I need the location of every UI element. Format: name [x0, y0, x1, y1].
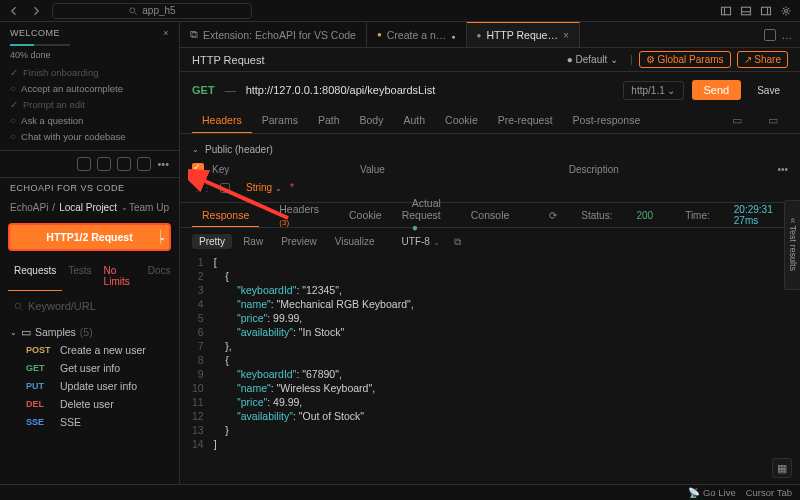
- subtab-auth[interactable]: Auth: [393, 108, 435, 133]
- subtab-params[interactable]: Params: [252, 108, 308, 133]
- icon-layout[interactable]: ▭: [722, 108, 752, 133]
- close-icon[interactable]: ×: [563, 30, 569, 41]
- progress-text: 40% done: [10, 50, 169, 60]
- svg-point-5: [15, 303, 21, 309]
- tab-tests[interactable]: Tests: [62, 261, 97, 291]
- subtab-body[interactable]: Body: [350, 108, 394, 133]
- headers-grid-row[interactable]: ⋮⋮ String ⌄ *: [192, 179, 788, 196]
- view-visualize[interactable]: Visualize: [328, 234, 382, 249]
- global-params-button[interactable]: ⚙ Global Params: [639, 51, 731, 68]
- go-live-button[interactable]: 📡 Go Live: [688, 487, 735, 498]
- tab-requests[interactable]: Requests: [8, 261, 62, 291]
- subtab-post[interactable]: Post-response: [563, 108, 651, 133]
- breadcrumb[interactable]: EchoAPi / Local Project ⌄ Team Up: [0, 198, 179, 217]
- col-key: Key: [212, 164, 352, 175]
- headers-grid-head: Key Value Description •••: [192, 159, 788, 179]
- welcome-panel: WELCOME× 40% done ✓Finish onboarding ○Ac…: [0, 22, 179, 151]
- progress-bar: [10, 44, 70, 46]
- welcome-item[interactable]: ✓Prompt an edit: [10, 96, 169, 112]
- subtab-path[interactable]: Path: [308, 108, 350, 133]
- layout-left-icon[interactable]: [720, 5, 732, 17]
- tab-docs[interactable]: DocsBeta: [136, 261, 180, 291]
- subtab-headers[interactable]: Headers: [192, 108, 252, 133]
- nav-back-icon[interactable]: [8, 5, 20, 17]
- sidebar-toolbar: •••: [0, 151, 179, 178]
- request-tree: ⌄ ▭ Samples (5) POSTCreate a new user GE…: [0, 321, 179, 433]
- toolbar-icon[interactable]: [77, 157, 91, 171]
- layout-toggle-button[interactable]: ▦: [772, 458, 792, 478]
- resp-tab-response[interactable]: Response: [192, 204, 259, 227]
- request-category-tabs: Requests Tests No Limits DocsBeta: [0, 261, 179, 291]
- checkbox[interactable]: [220, 183, 230, 193]
- window-titlebar: app_h5: [0, 0, 800, 22]
- welcome-item[interactable]: ○Ask a question: [10, 112, 169, 128]
- welcome-item[interactable]: ○Accept an autocomplete: [10, 80, 169, 96]
- welcome-item[interactable]: ✓Finish onboarding: [10, 64, 169, 80]
- welcome-item[interactable]: ○Chat with your codebase: [10, 128, 169, 144]
- resp-tab-cookie[interactable]: Cookie: [339, 204, 392, 226]
- status-bar: 📡 Go Live Cursor Tab: [0, 484, 800, 500]
- view-preview[interactable]: Preview: [274, 234, 324, 249]
- sidebar: WELCOME× 40% done ✓Finish onboarding ○Ac…: [0, 22, 180, 484]
- search-placeholder: Keyword/URL: [28, 300, 96, 312]
- save-button[interactable]: Save: [749, 81, 788, 100]
- layout-bottom-icon[interactable]: [740, 5, 752, 17]
- tab-http-request[interactable]: ●HTTP Reque…×: [467, 22, 580, 47]
- response-body[interactable]: 1234567891011121314 [ { "keyboardId": "1…: [180, 255, 800, 459]
- resp-tab-headers[interactable]: Headers (3): [259, 198, 339, 232]
- titlebar-right: [720, 5, 792, 17]
- http-request-button[interactable]: HTTP1/2 Request⌄: [8, 223, 171, 251]
- response-status: ⟳ Status:200 Time:20:29:31 27ms Size:0.1…: [539, 199, 800, 231]
- response-view-row: Pretty Raw Preview Visualize UTF-8 ⌄ ⧉: [180, 228, 800, 255]
- http-version-select[interactable]: http/1.1 ⌄: [623, 81, 683, 100]
- share-button[interactable]: ↗ Share: [737, 51, 788, 68]
- tree-item[interactable]: DELDelete user: [6, 395, 173, 413]
- more-icon[interactable]: •••: [157, 158, 169, 170]
- tab-create[interactable]: ●Create a n…: [367, 22, 467, 47]
- resp-tab-console[interactable]: Console: [461, 204, 520, 226]
- view-pretty[interactable]: Pretty: [192, 234, 232, 249]
- settings-gear-icon[interactable]: [780, 5, 792, 17]
- sidebar-search[interactable]: Keyword/URL: [8, 297, 171, 315]
- more-icon[interactable]: •••: [778, 164, 789, 175]
- col-value: Value: [360, 164, 561, 175]
- send-button[interactable]: Send: [692, 80, 742, 100]
- method-select[interactable]: GET: [192, 84, 215, 96]
- select-all-checkbox[interactable]: [192, 163, 204, 175]
- section-toggle[interactable]: ⌄Public (header): [192, 140, 788, 159]
- welcome-title: WELCOME: [10, 28, 60, 38]
- welcome-list: ✓Finish onboarding ○Accept an autocomple…: [10, 64, 169, 144]
- response-tabs: Response Headers (3) Cookie Actual Reque…: [180, 202, 800, 228]
- toolbar-icon[interactable]: [137, 157, 151, 171]
- tab-extension[interactable]: ⧉Extension: EchoAPI for VS Code: [180, 22, 367, 47]
- nav-forward-icon[interactable]: [30, 5, 42, 17]
- env-select[interactable]: ● Default ⌄: [561, 52, 624, 67]
- cursor-tab[interactable]: Cursor Tab: [746, 487, 792, 498]
- split-icon[interactable]: [764, 29, 776, 41]
- tree-item[interactable]: POSTCreate a new user: [6, 341, 173, 359]
- toolbar-icon[interactable]: [117, 157, 131, 171]
- test-results-rail[interactable]: « Test results: [784, 200, 800, 290]
- layout-right-icon[interactable]: [760, 5, 772, 17]
- tree-item[interactable]: GETGet user info: [6, 359, 173, 377]
- team-up-link[interactable]: Team Up: [129, 202, 169, 213]
- type-select[interactable]: String ⌄: [246, 182, 282, 193]
- subtab-pre[interactable]: Pre-request: [488, 108, 563, 133]
- subtab-cookie[interactable]: Cookie: [435, 108, 488, 133]
- col-desc: Description: [569, 164, 770, 175]
- svg-rect-3: [762, 7, 771, 15]
- command-search[interactable]: app_h5: [52, 3, 252, 19]
- tree-item[interactable]: PUTUpdate user info: [6, 377, 173, 395]
- folder-samples[interactable]: ⌄ ▭ Samples (5): [6, 323, 173, 341]
- url-input[interactable]: http://127.0.0.1:8080/api/keyboardsList: [246, 84, 614, 96]
- tab-no-limits[interactable]: No Limits: [98, 261, 136, 291]
- encoding-select[interactable]: UTF-8 ⌄: [402, 236, 440, 247]
- icon-layout[interactable]: ▭: [758, 108, 788, 133]
- tree-item[interactable]: SSESSE: [6, 413, 173, 431]
- more-icon[interactable]: …: [782, 29, 793, 41]
- copy-icon[interactable]: ⧉: [454, 236, 461, 248]
- svg-rect-2: [742, 7, 751, 15]
- view-raw[interactable]: Raw: [236, 234, 270, 249]
- svg-point-4: [785, 9, 788, 12]
- toolbar-icon[interactable]: [97, 157, 111, 171]
